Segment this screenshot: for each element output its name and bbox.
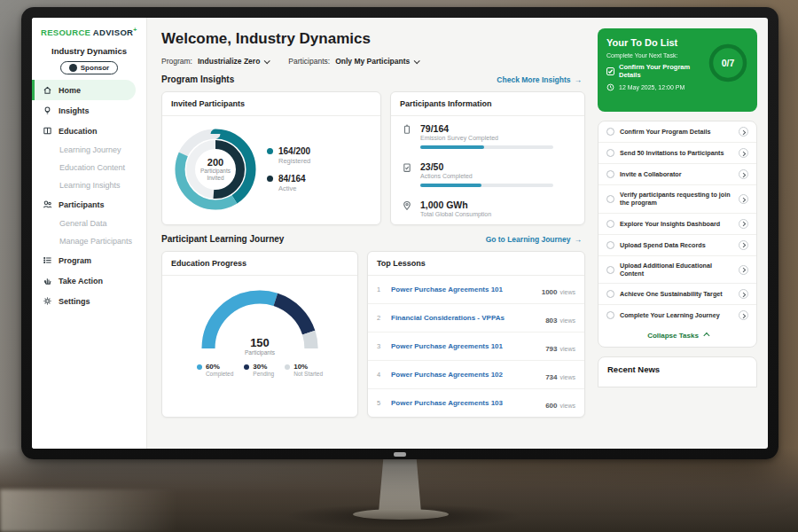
- task-checkbox-icon[interactable]: [606, 220, 614, 228]
- lesson-row[interactable]: 1 Power Purchase Agreements 101 1000view…: [368, 276, 584, 304]
- sidebar-item-settings[interactable]: Settings: [32, 291, 146, 311]
- task-label: Confirm Your Program Details: [620, 128, 733, 136]
- monitor-bezel: RESOURCE ADVISOR+ Industry Dynamics Spon…: [21, 7, 778, 459]
- chevron-right-icon[interactable]: [739, 148, 748, 158]
- lesson-views-label: views: [559, 374, 575, 380]
- task-checkbox-icon[interactable]: [606, 290, 614, 298]
- collapse-tasks-button[interactable]: Collapse Tasks: [598, 325, 756, 347]
- task-label: Achieve One Sustainability Target: [620, 290, 733, 298]
- todo-panel: Your To Do List Complete Your Next Task:…: [594, 18, 768, 449]
- task-row[interactable]: Confirm Your Program Details: [598, 121, 756, 143]
- sidebar-item-participants[interactable]: Participants: [32, 194, 146, 215]
- legend-value: 10%: [293, 363, 323, 371]
- lesson-views-label: views: [559, 317, 575, 324]
- sidebar-item-education-content[interactable]: Education Content: [32, 159, 146, 176]
- card-title: Participants Information: [391, 92, 584, 116]
- chevron-right-icon[interactable]: [739, 127, 748, 137]
- task-row[interactable]: Invite a Collaborator: [598, 164, 756, 185]
- lesson-row[interactable]: 4 Power Purchase Agreements 102 734views: [368, 361, 584, 389]
- legend-label: Pending: [253, 371, 274, 377]
- task-checkbox-icon[interactable]: [606, 311, 614, 319]
- task-row[interactable]: Explore Your Insights Dashboard: [598, 214, 756, 235]
- sidebar-item-label: Learning Insights: [59, 181, 121, 190]
- task-checkbox-icon[interactable]: [606, 266, 614, 274]
- lightbulb-icon: [43, 106, 52, 115]
- task-row[interactable]: Send 50 Invitations to Participants: [598, 143, 756, 164]
- logo-plus: +: [133, 27, 137, 33]
- card-title: Education Progress: [162, 252, 357, 276]
- gauge-center-value: 150: [193, 336, 326, 349]
- check-more-insights-link[interactable]: Check More Insights →: [497, 75, 582, 84]
- recent-news-card: Recent News: [598, 356, 757, 387]
- todo-next-task-label: Confirm Your Program Details: [619, 63, 711, 79]
- task-checkbox-icon[interactable]: [606, 170, 614, 178]
- stat-label: Emission Survey Completed: [420, 135, 553, 141]
- todo-summary-card: Your To Do List Complete Your Next Task:…: [598, 28, 757, 112]
- card-title: Invited Participants: [162, 92, 380, 116]
- task-checkbox-icon[interactable]: [606, 128, 614, 136]
- stat-label: Actions Completed: [420, 173, 553, 179]
- legend-label: Active: [278, 184, 306, 192]
- sidebar-item-program[interactable]: Program: [32, 250, 146, 270]
- go-to-learning-journey-link[interactable]: Go to Learning Journey →: [486, 235, 582, 244]
- lesson-row[interactable]: 2 Financial Considerations - VPPAs 803vi…: [368, 304, 584, 332]
- program-select[interactable]: Industrialize Zero: [198, 57, 269, 66]
- photo-background: RESOURCE ADVISOR+ Industry Dynamics Spon…: [0, 0, 798, 532]
- sidebar-item-general-data[interactable]: General Data: [32, 215, 146, 232]
- stat-global-consumption: 1,000 GWh Total Global Consumption: [391, 192, 584, 223]
- sidebar-item-label: Insights: [59, 106, 90, 115]
- stat-actions-completed: 23/50 Actions Completed: [391, 154, 584, 192]
- sidebar-item-manage-participants[interactable]: Manage Participants: [32, 232, 146, 250]
- chevron-right-icon[interactable]: [739, 289, 748, 299]
- emission-progress-bar: [420, 145, 553, 149]
- participants-filter-label: Participants:: [288, 57, 330, 66]
- task-row[interactable]: Complete Your Learning Journey: [598, 305, 756, 325]
- chevron-right-icon[interactable]: [739, 310, 748, 320]
- clock-icon: [606, 83, 614, 91]
- task-row[interactable]: Upload Spend Data Records: [598, 235, 756, 256]
- sidebar-item-insights[interactable]: Insights: [32, 100, 146, 121]
- todo-next-task[interactable]: Confirm Your Program Details: [606, 63, 711, 79]
- legend-dot: [197, 364, 202, 370]
- task-row[interactable]: Achieve One Sustainability Target: [598, 284, 756, 305]
- lesson-title-link[interactable]: Power Purchase Agreements 103: [391, 399, 538, 407]
- sidebar-item-take-action[interactable]: Take Action: [32, 270, 146, 291]
- sidebar-item-home[interactable]: Home: [32, 80, 136, 100]
- book-icon: [43, 126, 52, 136]
- task-checkbox-icon[interactable]: [606, 195, 614, 203]
- chevron-right-icon[interactable]: [739, 265, 748, 275]
- section-title: Program Insights: [161, 74, 234, 84]
- legend-dot: [267, 148, 273, 154]
- card-title: Top Lessons: [368, 252, 584, 276]
- task-checkbox-icon[interactable]: [606, 149, 614, 157]
- chevron-right-icon[interactable]: [739, 194, 748, 204]
- chevron-down-icon: [414, 58, 420, 64]
- lesson-rank: 2: [377, 314, 384, 322]
- chevron-right-icon[interactable]: [739, 169, 748, 179]
- lesson-title-link[interactable]: Power Purchase Agreements 101: [391, 342, 538, 350]
- todo-progress-text: 0/7: [708, 43, 748, 83]
- lesson-title-link[interactable]: Power Purchase Agreements 101: [391, 286, 535, 293]
- lesson-row[interactable]: 3 Power Purchase Agreements 101 793views: [368, 332, 584, 361]
- task-checkbox-icon[interactable]: [606, 241, 614, 249]
- sidebar-item-learning-journey[interactable]: Learning Journey: [32, 141, 146, 159]
- learning-cards-row: Education Progress 150: [161, 251, 585, 418]
- task-row[interactable]: Verify participants requesting to join t…: [598, 185, 756, 214]
- checkbox-icon[interactable]: [606, 67, 614, 75]
- sidebar-item-education[interactable]: Education: [32, 121, 146, 141]
- task-row[interactable]: Upload Additional Educational Content: [598, 256, 756, 285]
- chevron-right-icon[interactable]: [739, 219, 748, 229]
- legend-item-completed: 60% Completed: [197, 363, 233, 377]
- participants-select[interactable]: Only My Participants: [335, 57, 419, 66]
- lesson-views: 1000: [542, 288, 558, 296]
- lesson-title-link[interactable]: Power Purchase Agreements 102: [391, 371, 538, 379]
- page-title: Welcome, Industry Dynamics: [161, 30, 585, 48]
- sidebar-item-learning-insights[interactable]: Learning Insights: [32, 176, 146, 194]
- chevron-right-icon[interactable]: [739, 240, 748, 250]
- legend-dot: [244, 364, 249, 370]
- lesson-title-link[interactable]: Financial Considerations - VPPAs: [391, 314, 538, 322]
- dashboard-screen: RESOURCE ADVISOR+ Industry Dynamics Spon…: [32, 18, 768, 449]
- task-label: Complete Your Learning Journey: [620, 311, 733, 319]
- lesson-row[interactable]: 5 Power Purchase Agreements 103 600views: [368, 389, 584, 417]
- task-label: Explore Your Insights Dashboard: [620, 220, 733, 228]
